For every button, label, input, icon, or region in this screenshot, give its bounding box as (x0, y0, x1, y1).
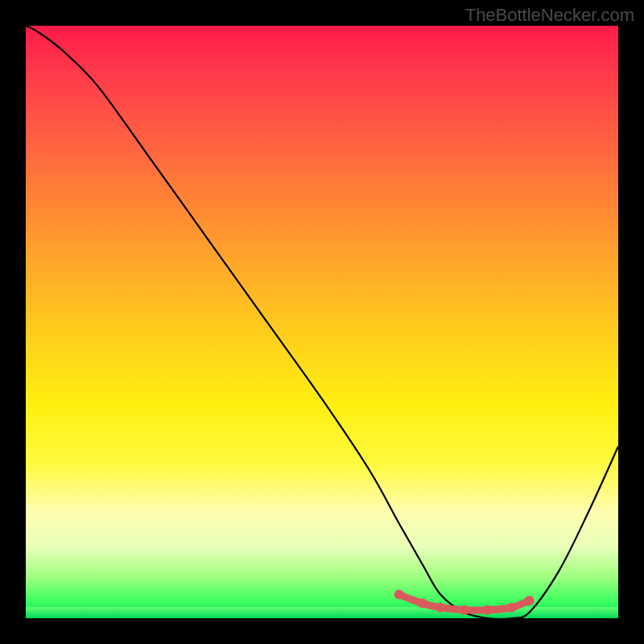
marker-dot (394, 590, 404, 600)
marker-dot (483, 605, 493, 615)
watermark-text: TheBottleNecker.com (465, 5, 634, 26)
marker-dot (460, 605, 469, 615)
marker-dot (525, 596, 535, 605)
bottleneck-curve-line (26, 26, 618, 618)
chart-svg (26, 26, 618, 618)
marker-dot (418, 599, 427, 609)
marker-dot (507, 603, 517, 613)
marker-dot (436, 603, 445, 613)
plot-area (26, 26, 618, 618)
